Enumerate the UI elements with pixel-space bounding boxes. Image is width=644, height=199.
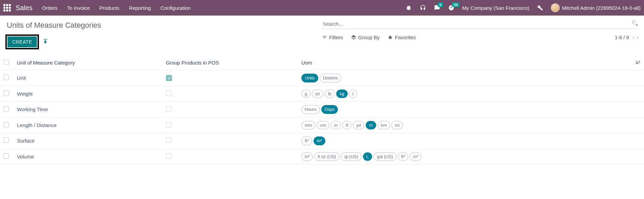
- cell-category: Working Time: [14, 102, 163, 118]
- uom-tag[interactable]: m³: [410, 152, 422, 161]
- groupby-label: Group By: [358, 34, 380, 40]
- user-name: Mitchell Admin (22695024-16-0-all): [562, 5, 641, 11]
- pos-checked-icon[interactable]: [166, 75, 172, 81]
- search-input[interactable]: [322, 19, 632, 29]
- cell-category: Surface: [14, 133, 163, 149]
- col-header-category[interactable]: Unit of Measure Category: [14, 55, 163, 70]
- uom-tag[interactable]: m²: [314, 136, 325, 145]
- uom-tag[interactable]: mm: [301, 121, 316, 130]
- uom-tag[interactable]: mi: [391, 121, 403, 130]
- groupby-dropdown[interactable]: Group By: [351, 34, 380, 40]
- filters-label: Filters: [329, 34, 343, 40]
- row-checkbox[interactable]: [3, 153, 9, 159]
- table-row[interactable]: Volumein³fl oz (US)qt (US)Lgal (US)ft³m³: [0, 149, 644, 165]
- pos-unchecked-icon[interactable]: [166, 91, 171, 96]
- cell-category: Length / Distance: [14, 117, 163, 133]
- apps-icon[interactable]: [3, 4, 11, 11]
- uom-tag[interactable]: ft: [342, 121, 351, 130]
- table-row[interactable]: UnitUnitsDozens: [0, 70, 644, 86]
- menu-to-invoice[interactable]: To Invoice: [67, 5, 90, 11]
- menu-reporting[interactable]: Reporting: [129, 5, 151, 11]
- row-checkbox[interactable]: [3, 122, 9, 127]
- uom-tag[interactable]: Dozens: [320, 74, 341, 82]
- uom-tag[interactable]: ft³: [398, 152, 409, 161]
- search-button[interactable]: [632, 20, 639, 28]
- uom-tag[interactable]: kg: [336, 90, 348, 98]
- filters-dropdown[interactable]: Filters: [322, 34, 343, 40]
- cell-uom: gozlbkgt: [298, 86, 632, 102]
- pos-unchecked-icon[interactable]: [166, 138, 171, 143]
- cell-uom: mmcminftydmkmmi: [298, 117, 632, 133]
- pos-unchecked-icon[interactable]: [166, 122, 171, 127]
- download-icon[interactable]: [42, 39, 48, 46]
- col-header-uom[interactable]: Uom: [298, 55, 632, 70]
- table-row[interactable]: Surfaceft²m²: [0, 133, 644, 149]
- row-checkbox[interactable]: [3, 138, 9, 143]
- user-menu[interactable]: Mitchell Admin (22695024-16-0-all): [551, 3, 641, 12]
- uom-tag[interactable]: gal (US): [373, 152, 396, 161]
- cell-pos: [163, 117, 298, 133]
- favorites-dropdown[interactable]: Favorites: [388, 34, 416, 40]
- pager-prev[interactable]: ‹: [632, 34, 635, 41]
- pos-unchecked-icon[interactable]: [166, 106, 171, 111]
- cell-pos: [163, 70, 298, 86]
- activities-icon[interactable]: 34: [448, 4, 455, 11]
- col-header-pos[interactable]: Group Products in POS: [163, 55, 298, 70]
- table-row[interactable]: Length / Distancemmcminftydmkmmi: [0, 117, 644, 133]
- company-selector[interactable]: My Company (San Francisco): [462, 5, 529, 11]
- top-navbar: Sales Orders To Invoice Products Reporti…: [0, 0, 644, 16]
- uom-tag[interactable]: fl oz (US): [314, 152, 339, 161]
- cell-category: Weight: [14, 86, 163, 102]
- pager: 1-6 / 6 ‹ ›: [615, 34, 639, 41]
- uom-tag[interactable]: g: [301, 90, 310, 98]
- activities-badge: 34: [452, 2, 459, 7]
- cell-pos: [163, 133, 298, 149]
- uom-tag[interactable]: Hours: [301, 105, 320, 114]
- row-checkbox[interactable]: [3, 106, 9, 111]
- uom-tag[interactable]: oz: [312, 90, 323, 98]
- menu-orders[interactable]: Orders: [42, 5, 58, 11]
- uom-tag[interactable]: L: [363, 152, 372, 161]
- bug-icon[interactable]: [405, 4, 412, 11]
- uom-tag[interactable]: Units: [301, 74, 318, 82]
- uom-tag[interactable]: ft²: [301, 136, 312, 145]
- uom-tag[interactable]: yd: [353, 121, 364, 130]
- cell-category: Volume: [14, 149, 163, 165]
- messaging-badge: 5: [438, 2, 443, 7]
- uom-tag[interactable]: Days: [321, 105, 338, 114]
- menu-configuration[interactable]: Configuration: [160, 5, 191, 11]
- pager-text: 1-6 / 6: [615, 34, 629, 40]
- support-icon[interactable]: [420, 4, 426, 11]
- options-icon[interactable]: [635, 60, 641, 66]
- uom-tag[interactable]: cm: [317, 121, 329, 130]
- select-all-checkbox[interactable]: [3, 59, 9, 65]
- create-highlight: CREATE: [5, 34, 39, 49]
- uom-tag[interactable]: in³: [301, 152, 313, 161]
- table-row[interactable]: Weightgozlbkgt: [0, 86, 644, 102]
- pos-unchecked-icon[interactable]: [166, 153, 171, 159]
- uom-tag[interactable]: qt (US): [341, 152, 362, 161]
- svg-point-0: [639, 61, 640, 62]
- menu-items: Orders To Invoice Products Reporting Con…: [42, 5, 191, 11]
- control-panel: Units of Measure Categories CREATE Filte…: [0, 16, 644, 49]
- uom-tag[interactable]: m: [366, 121, 376, 130]
- create-button[interactable]: CREATE: [7, 36, 37, 47]
- uom-tag[interactable]: t: [349, 90, 357, 98]
- debug-tools-icon[interactable]: [537, 4, 543, 11]
- app-brand[interactable]: Sales: [16, 4, 33, 12]
- uom-tag[interactable]: in: [331, 121, 341, 130]
- row-checkbox[interactable]: [3, 91, 9, 96]
- favorites-label: Favorites: [395, 34, 416, 40]
- table-row[interactable]: Working TimeHoursDays: [0, 102, 644, 118]
- nav-right: 5 34 My Company (San Francisco) Mitchell…: [405, 3, 641, 12]
- pager-next[interactable]: ›: [637, 34, 639, 41]
- messaging-icon[interactable]: 5: [434, 4, 441, 11]
- svg-point-1: [636, 63, 637, 64]
- uom-tag[interactable]: lb: [325, 90, 335, 98]
- cell-uom: HoursDays: [298, 102, 632, 118]
- menu-products[interactable]: Products: [99, 5, 119, 11]
- row-checkbox[interactable]: [3, 75, 9, 80]
- cell-uom: UnitsDozens: [298, 70, 632, 86]
- list-view: Unit of Measure Category Group Products …: [0, 55, 644, 165]
- uom-tag[interactable]: km: [378, 121, 390, 130]
